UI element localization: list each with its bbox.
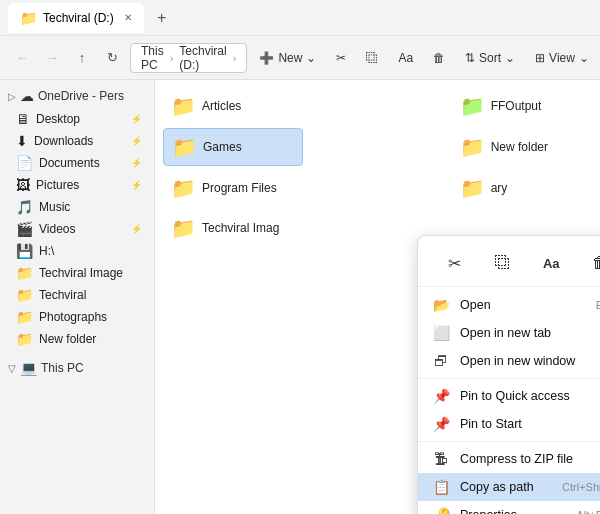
sidebar-item-techviral-images[interactable]: 📁 Techviral Image (4, 262, 150, 284)
cut-button[interactable]: ✂ (328, 47, 354, 69)
articles-icon: 📁 (171, 94, 196, 118)
ctx-pin-quick-access-icon: 📌 (432, 387, 450, 405)
view-button[interactable]: ⊞ View ⌄ (527, 47, 597, 69)
context-menu-icon-row: ✂ ⿻ Aa 🗑 (418, 242, 600, 287)
techviral-images-label: Techviral Image (39, 266, 142, 280)
new-tab-button[interactable]: + (148, 4, 176, 32)
tab-close-button[interactable]: ✕ (124, 12, 132, 23)
pictures-pin: ⚡ (131, 180, 142, 190)
rename-icon: Aa (398, 51, 413, 65)
ctx-open-new-window-icon: 🗗 (432, 352, 450, 370)
downloads-label: Downloads (34, 134, 125, 148)
ctx-rename-button[interactable]: Aa (534, 246, 568, 280)
videos-icon: 🎬 (16, 221, 33, 237)
onedrive-label: OneDrive - Pers (38, 89, 124, 103)
tab-label: Techviral (D:) (43, 11, 114, 25)
sidebar-item-desktop[interactable]: 🖥 Desktop ⚡ (4, 108, 150, 130)
documents-pin: ⚡ (131, 158, 142, 168)
sidebar-item-pictures[interactable]: 🖼 Pictures ⚡ (4, 174, 150, 196)
forward-button[interactable]: → (38, 44, 66, 72)
ctx-open-new-window-label: Open in new window (460, 354, 600, 368)
sidebar-item-photographs[interactable]: 📁 Photographs (4, 306, 150, 328)
music-label: Music (39, 200, 142, 214)
folder-techviral-image[interactable]: 📁 Techviral Imag (163, 210, 303, 246)
sidebar-item-hdrive[interactable]: 💾 H:\ (4, 240, 150, 262)
techviral-icon: 📁 (16, 287, 33, 303)
folder-articles[interactable]: 📁 Articles (163, 88, 303, 124)
desktop-icon: 🖥 (16, 111, 30, 127)
sidebar-item-downloads[interactable]: ⬇ Downloads ⚡ (4, 130, 150, 152)
new-chevron: ⌄ (306, 51, 316, 65)
rename-button[interactable]: Aa (390, 47, 421, 69)
ctx-copy-as-path[interactable]: 📋 Copy as path Ctrl+Shift+C ⬅ (418, 473, 600, 501)
up-button[interactable]: ↑ (68, 44, 96, 72)
ctx-open-new-tab[interactable]: ⬜ Open in new tab (418, 319, 600, 347)
ctx-properties[interactable]: 🔑 Properties Alt+Enter (418, 501, 600, 514)
tab-folder-icon: 📁 (20, 10, 37, 26)
sidebar-item-music[interactable]: 🎵 Music (4, 196, 150, 218)
address-bar[interactable]: This PC › Techviral (D:) › (130, 43, 247, 73)
new-folder-icon: 📁 (460, 135, 485, 159)
sidebar-item-videos[interactable]: 🎬 Videos ⚡ (4, 218, 150, 240)
photographs-label: Photographs (39, 310, 142, 324)
ctx-compress-zip-label: Compress to ZIP file (460, 452, 600, 466)
desktop-pin: ⚡ (131, 114, 142, 124)
new-button[interactable]: ➕ New ⌄ (251, 47, 324, 69)
hdrive-label: H:\ (39, 244, 142, 258)
library-name: ary (491, 181, 508, 195)
folder-program-files[interactable]: 📁 Program Files (163, 170, 303, 206)
delete-icon: 🗑 (433, 51, 445, 65)
sort-button[interactable]: ⇅ Sort ⌄ (457, 47, 523, 69)
refresh-button[interactable]: ↻ (98, 44, 126, 72)
folder-games[interactable]: 📁 Games (163, 128, 303, 166)
videos-pin: ⚡ (131, 224, 142, 234)
ctx-properties-shortcut: Alt+Enter (576, 509, 600, 514)
hdrive-icon: 💾 (16, 243, 33, 259)
ctx-open-new-window[interactable]: 🗗 Open in new window (418, 347, 600, 375)
sidebar-item-documents[interactable]: 📄 Documents ⚡ (4, 152, 150, 174)
new-label: New (278, 51, 302, 65)
techviral-images-icon: 📁 (16, 265, 33, 281)
sidebar-item-techviral[interactable]: 📁 Techviral (4, 284, 150, 306)
delete-button[interactable]: 🗑 (425, 47, 453, 69)
sort-label: Sort (479, 51, 501, 65)
ctx-open-shortcut: Enter (596, 299, 600, 311)
program-files-name: Program Files (202, 181, 277, 195)
ctx-open-label: Open (460, 298, 586, 312)
ctx-divider-1 (418, 378, 600, 379)
this-pc-label: This PC (41, 361, 84, 375)
copy-button[interactable]: ⿻ (358, 47, 386, 69)
toolbar: ← → ↑ ↻ This PC › Techviral (D:) › ➕ New… (0, 36, 600, 80)
program-files-icon: 📁 (171, 176, 196, 200)
ctx-cut-button[interactable]: ✂ (437, 246, 471, 280)
new-folder-sidebar-icon: 📁 (16, 331, 33, 347)
ctx-compress-zip-icon: 🗜 (432, 450, 450, 468)
ctx-compress-zip[interactable]: 🗜 Compress to ZIP file (418, 445, 600, 473)
context-menu: ✂ ⿻ Aa 🗑 📂 Open Enter ⬜ Open in new tab … (417, 235, 600, 514)
techviral-label: Techviral (39, 288, 142, 302)
main-tab[interactable]: 📁 Techviral (D:) ✕ (8, 3, 144, 33)
back-button[interactable]: ← (8, 44, 36, 72)
downloads-icon: ⬇ (16, 133, 28, 149)
ffoutput-name: FFOutput (491, 99, 542, 113)
onedrive-header[interactable]: ▷ ☁ OneDrive - Pers (0, 84, 154, 108)
ctx-properties-label: Properties (460, 508, 566, 514)
sidebar-item-new-folder[interactable]: 📁 New folder (4, 328, 150, 350)
ctx-delete-button[interactable]: 🗑 (583, 246, 600, 280)
ctx-open[interactable]: 📂 Open Enter (418, 291, 600, 319)
folder-library[interactable]: 📁 ary (452, 170, 592, 206)
copy-icon: ⿻ (366, 51, 378, 65)
new-folder-name: New folder (491, 140, 548, 154)
ctx-open-new-tab-label: Open in new tab (460, 326, 600, 340)
ctx-pin-start[interactable]: 📌 Pin to Start (418, 410, 600, 438)
folder-ffoutput[interactable]: 📁 FFOutput (452, 88, 592, 124)
this-pc-header[interactable]: ▽ 💻 This PC (0, 356, 154, 380)
sort-chevron: ⌄ (505, 51, 515, 65)
folder-new-folder[interactable]: 📁 New folder (452, 128, 592, 166)
ctx-copy-button[interactable]: ⿻ (486, 246, 520, 280)
ctx-properties-icon: 🔑 (432, 506, 450, 514)
ctx-open-icon: 📂 (432, 296, 450, 314)
ctx-pin-quick-access[interactable]: 📌 Pin to Quick access (418, 382, 600, 410)
pictures-label: Pictures (36, 178, 125, 192)
games-icon: 📁 (172, 135, 197, 159)
